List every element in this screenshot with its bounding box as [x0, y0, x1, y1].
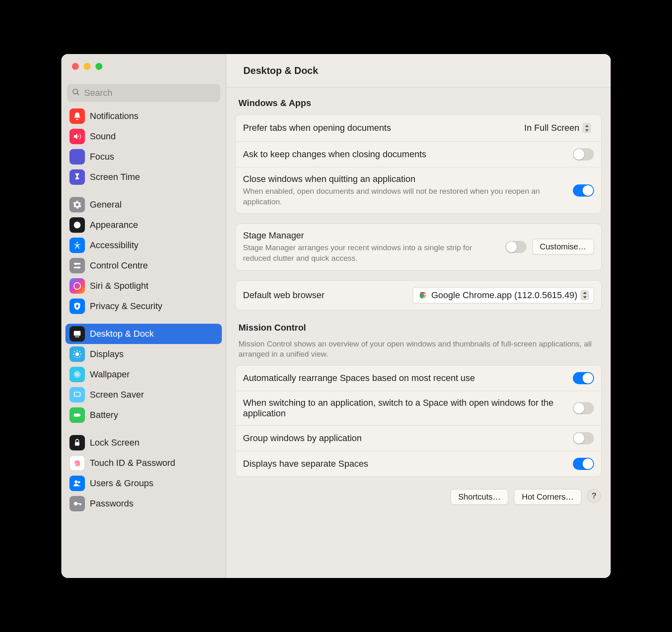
desc-close-windows: When enabled, open documents and windows…	[243, 186, 552, 207]
row-stage-manager: Stage Manager Stage Manager arranges you…	[236, 224, 601, 270]
sidebar-item-focus[interactable]: Focus	[65, 147, 222, 167]
privacy-icon	[69, 299, 85, 314]
sidebar-item-label: Privacy & Security	[90, 301, 163, 312]
minimize-window-button[interactable]	[84, 63, 91, 70]
toggle-stage-manager[interactable]	[505, 241, 527, 253]
users-icon	[69, 476, 85, 491]
card-mission-control: Automatically rearrange Spaces based on …	[235, 365, 602, 477]
dropdown-default-browser-value: Google Chrome.app (112.0.5615.49)	[431, 290, 577, 301]
lockscreen-icon	[69, 435, 85, 450]
sidebar-nav: NotificationsSoundFocusScreen TimeGenera…	[61, 106, 226, 578]
notifications-icon	[69, 108, 85, 124]
row-separate-spaces: Displays have separate Spaces	[236, 451, 601, 476]
sidebar-item-displays[interactable]: Displays	[65, 344, 222, 364]
sidebar-item-wallpaper[interactable]: Wallpaper	[65, 364, 222, 385]
sidebar-item-label: Siri & Spotlight	[90, 281, 148, 291]
controlcentre-icon	[69, 258, 85, 273]
sidebar-item-notifications[interactable]: Notifications	[65, 106, 222, 126]
titlebar: Desktop & Dock	[226, 54, 611, 87]
section-heading-windows-apps: Windows & Apps	[238, 98, 602, 108]
card-default-browser: Default web browser Google Chrome.app (1…	[235, 280, 602, 310]
sidebar-item-label: Screen Saver	[90, 390, 144, 400]
sidebar: NotificationsSoundFocusScreen TimeGenera…	[61, 54, 226, 578]
svg-point-22	[74, 502, 78, 505]
shortcuts-button[interactable]: Shortcuts…	[451, 489, 508, 505]
fullscreen-window-button[interactable]	[95, 63, 102, 70]
card-windows-apps: Prefer tabs when opening documents In Fu…	[235, 114, 602, 214]
sidebar-item-siri[interactable]: Siri & Spotlight	[65, 276, 222, 296]
updown-icon	[581, 290, 589, 300]
general-icon	[69, 197, 85, 212]
toggle-close-windows[interactable]	[573, 184, 594, 197]
label-close-windows: Close windows when quitting an applicati…	[243, 174, 566, 184]
search-input[interactable]	[84, 88, 215, 98]
sidebar-item-label: Notifications	[90, 111, 139, 121]
svg-rect-17	[74, 413, 80, 416]
sidebar-item-users[interactable]: Users & Groups	[65, 473, 222, 493]
dropdown-prefer-tabs[interactable]: In Full Screen	[521, 121, 594, 135]
sidebar-item-general[interactable]: General	[65, 195, 222, 215]
sidebar-item-screensaver[interactable]: Screen Saver	[65, 385, 222, 405]
sidebar-item-label: Wallpaper	[90, 369, 130, 380]
dropdown-prefer-tabs-value: In Full Screen	[524, 123, 579, 133]
sidebar-item-appearance[interactable]: Appearance	[65, 215, 222, 235]
sidebar-item-privacy[interactable]: Privacy & Security	[65, 296, 222, 316]
chrome-icon	[418, 290, 428, 300]
sidebar-item-label: Users & Groups	[90, 478, 154, 489]
content-area: Windows & Apps Prefer tabs when opening …	[226, 87, 611, 578]
help-button[interactable]: ?	[587, 489, 601, 503]
search-field[interactable]	[67, 84, 220, 102]
siri-icon	[69, 278, 85, 294]
toggle-switch-space[interactable]	[573, 402, 594, 414]
desc-stage-manager: Stage Manager arranges your recent windo…	[243, 242, 499, 263]
customise-stage-manager-button[interactable]: Customise…	[532, 239, 594, 255]
row-auto-rearrange: Automatically rearrange Spaces based on …	[236, 366, 601, 391]
sidebar-item-lockscreen[interactable]: Lock Screen	[65, 433, 222, 453]
svg-point-1	[76, 242, 78, 244]
svg-rect-7	[74, 331, 81, 336]
footer-buttons: Shortcuts… Hot Corners… ?	[235, 487, 602, 505]
toggle-auto-rearrange[interactable]	[573, 372, 594, 384]
system-settings-window: NotificationsSoundFocusScreen TimeGenera…	[61, 54, 611, 578]
sidebar-item-label: Accessibility	[90, 240, 139, 251]
sidebar-item-battery[interactable]: Battery	[65, 405, 222, 425]
sidebar-item-label: Screen Time	[90, 172, 140, 182]
sidebar-item-passwords[interactable]: Passwords	[65, 493, 222, 514]
toggle-group-windows[interactable]	[573, 432, 594, 444]
dropdown-default-browser[interactable]: Google Chrome.app (112.0.5615.49)	[413, 287, 594, 303]
sidebar-item-label: Appearance	[90, 220, 138, 230]
row-prefer-tabs: Prefer tabs when opening documents In Fu…	[236, 115, 601, 142]
desktopdock-icon	[69, 326, 85, 342]
sound-icon	[69, 129, 85, 144]
sidebar-item-accessibility[interactable]: Accessibility	[65, 235, 222, 255]
svg-rect-16	[75, 393, 80, 396]
sidebar-item-label: Passwords	[90, 498, 134, 509]
sidebar-item-label: Focus	[90, 152, 114, 162]
label-stage-manager: Stage Manager	[243, 230, 499, 241]
battery-icon	[69, 407, 85, 423]
main-panel: Desktop & Dock Windows & Apps Prefer tab…	[226, 54, 611, 578]
accessibility-icon	[69, 238, 85, 253]
toggle-separate-spaces[interactable]	[573, 458, 594, 470]
label-prefer-tabs: Prefer tabs when opening documents	[243, 123, 514, 133]
sidebar-item-touchid[interactable]: Touch ID & Password	[65, 453, 222, 473]
displays-icon	[69, 346, 85, 362]
close-window-button[interactable]	[72, 63, 79, 70]
sidebar-item-screentime[interactable]: Screen Time	[65, 167, 222, 187]
toggle-ask-keep-changes[interactable]	[573, 148, 594, 160]
label-group-windows: Group windows by application	[243, 433, 566, 444]
sidebar-item-label: Touch ID & Password	[90, 458, 175, 468]
sidebar-item-label: Control Centre	[90, 260, 148, 271]
screensaver-icon	[69, 387, 85, 403]
updown-icon	[583, 123, 591, 133]
sidebar-item-controlcentre[interactable]: Control Centre	[65, 255, 222, 276]
label-ask-keep-changes: Ask to keep changes when closing documen…	[243, 149, 566, 160]
wallpaper-icon	[69, 367, 85, 382]
sidebar-item-desktopdock[interactable]: Desktop & Dock	[65, 324, 222, 344]
sidebar-item-sound[interactable]: Sound	[65, 126, 222, 147]
label-default-browser: Default web browser	[243, 290, 406, 301]
hot-corners-button[interactable]: Hot Corners…	[514, 489, 581, 505]
svg-point-9	[75, 352, 79, 356]
svg-point-10	[76, 374, 78, 375]
svg-rect-8	[75, 336, 80, 337]
